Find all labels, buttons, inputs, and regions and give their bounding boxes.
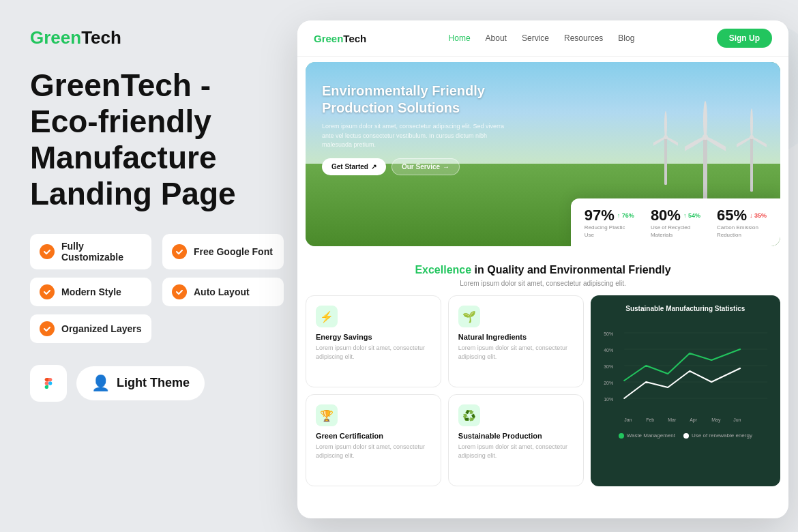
svg-text:50%: 50%: [604, 331, 613, 336]
svg-text:Jan: Jan: [624, 417, 632, 422]
check-icon-customizable: [40, 244, 55, 259]
legend-waste-management: Waste Management: [619, 432, 675, 439]
feature-modern-style: Modern Style: [30, 278, 151, 306]
card-title-certification: Green Certification: [316, 432, 431, 440]
ingredients-icon: 🌱: [458, 306, 480, 327]
feature-free-google-font: Free Google Font: [162, 234, 284, 269]
stat-reducing-plastic: 97% ↑ 76% Reducing Plastic Use: [585, 207, 634, 239]
chart-area: 50% 40% 30% 20% 10% Jan Feb Mar Apr May …: [600, 319, 771, 428]
svg-point-7: [750, 108, 753, 138]
svg-text:20%: 20%: [604, 381, 613, 385]
legend-dot-renewable: [683, 433, 689, 439]
left-panel: Green Tech GreenTech - Eco-friendly Manu…: [0, 0, 314, 532]
figma-icon: [30, 365, 67, 402]
get-started-button[interactable]: Get Started ↗: [322, 158, 386, 175]
svg-rect-5: [750, 137, 753, 192]
svg-text:May: May: [711, 417, 721, 423]
card-desc-energy: Lorem ipsum dolor sit amet, consectetur …: [316, 344, 431, 361]
features-grid: Fully Customizable Free Google Font Mode…: [30, 234, 284, 343]
turbine-2: [737, 96, 767, 192]
our-service-button[interactable]: Our Service →: [391, 158, 460, 175]
check-icon-layout: [172, 284, 187, 299]
card-title-energy: Energy Savings: [316, 333, 431, 341]
svg-text:30%: 30%: [604, 364, 613, 369]
stats-bar: 97% ↑ 76% Reducing Plastic Use 80% ↑ 54%…: [571, 198, 780, 246]
nav-link-blog[interactable]: Blog: [618, 33, 634, 43]
hero-content: Environmentally Friendly Production Solu…: [322, 83, 513, 175]
card-desc-ingredients: Lorem ipsum dolor sit amet, consectetur …: [458, 344, 574, 361]
card-title-ingredients: Natural Ingredients: [458, 333, 574, 341]
nav-link-about[interactable]: About: [486, 33, 507, 43]
cards-section: ⚡ Energy Savings Lorem ipsum dolor sit a…: [297, 295, 788, 486]
svg-text:40%: 40%: [604, 348, 613, 353]
svg-text:Jun: Jun: [733, 417, 741, 422]
chart-svg: 50% 40% 30% 20% 10% Jan Feb Mar Apr May …: [600, 319, 771, 428]
energy-icon: ⚡: [316, 306, 338, 327]
svg-text:Apr: Apr: [690, 417, 698, 423]
svg-point-2: [703, 101, 707, 139]
nav-links: Home About Service Resources Blog: [449, 33, 635, 43]
check-icon-layers: [40, 321, 55, 336]
turbine-1: [685, 83, 726, 205]
stat-number-recycled: 80% ↑ 54%: [651, 207, 700, 224]
left-cards-column: ⚡ Energy Savings Lorem ipsum dolor sit a…: [306, 295, 441, 486]
nav-link-resources[interactable]: Resources: [564, 33, 603, 43]
stat-number-plastic: 97% ↑ 76%: [585, 207, 634, 224]
hero-description: Lorem ipsum dolor sit amet, consectetur …: [322, 122, 513, 150]
quality-description: Lorem ipsum dolor sit amet, consectetur …: [314, 280, 772, 287]
brand-black: Tech: [81, 27, 121, 48]
quality-section: Excellence in Quality and Environmental …: [297, 252, 788, 295]
svg-point-12: [664, 111, 667, 138]
quality-highlight: Excellence: [415, 264, 471, 276]
svg-text:Feb: Feb: [646, 417, 654, 422]
quality-title: Excellence in Quality and Environmental …: [314, 264, 772, 276]
main-title: GreenTech - Eco-friendly Manufacture Lan…: [30, 68, 284, 212]
theme-label: Light Theme: [117, 376, 190, 390]
card-energy-savings: ⚡ Energy Savings Lorem ipsum dolor sit a…: [306, 295, 441, 387]
card-desc-certification: Lorem ipsum dolor sit amet, consectetur …: [316, 443, 431, 460]
feature-organized-layers: Organized Layers: [30, 314, 151, 343]
stat-number-carbon: 65% ↓ 35%: [717, 207, 767, 224]
check-icon-modern: [40, 284, 55, 299]
brand-logo: Green Tech: [30, 27, 284, 48]
certification-icon: 🏆: [316, 404, 338, 426]
chart-legend: Waste Management Use of renewable energy: [600, 432, 771, 439]
card-sustainable-production: ♻️ Sustainable Production Lorem ipsum do…: [448, 394, 584, 486]
nav-brand-green: Green: [314, 33, 343, 44]
card-title-sustainable: Sustainable Production: [458, 432, 574, 440]
chart-title: Sustainable Manufacturing Statistics: [600, 305, 771, 312]
svg-text:10%: 10%: [604, 397, 613, 402]
browser-mockup: Green Tech Home About Service Resources …: [297, 20, 788, 518]
svg-text:Mar: Mar: [668, 417, 677, 422]
feature-auto-layout: Auto Layout: [162, 278, 284, 306]
brand-green: Green: [30, 27, 81, 48]
signup-button[interactable]: Sign Up: [717, 29, 772, 48]
svg-rect-10: [664, 137, 667, 185]
nav-link-home[interactable]: Home: [449, 33, 471, 43]
middle-cards-column: 🌱 Natural Ingredients Lorem ipsum dolor …: [448, 295, 584, 486]
nav-brand-black: Tech: [343, 33, 366, 44]
feature-fully-customizable: Fully Customizable: [30, 234, 151, 269]
chart-card: Sustainable Manufacturing Statistics 50%…: [591, 295, 780, 486]
stat-carbon-emission: 65% ↓ 35% Carbon Emission Reduction: [717, 207, 767, 239]
legend-dot-waste: [619, 433, 624, 439]
sustainable-icon: ♻️: [458, 404, 480, 426]
hero-buttons: Get Started ↗ Our Service →: [322, 158, 513, 175]
hero-section: Environmentally Friendly Production Solu…: [306, 62, 780, 246]
svg-rect-0: [703, 137, 707, 205]
nav-brand: Green Tech: [314, 33, 366, 44]
stat-recycled-materials: 80% ↑ 54% Use of Recycled Materials: [651, 207, 700, 239]
card-green-certification: 🏆 Green Certification Lorem ipsum dolor …: [306, 394, 441, 486]
nav-link-service[interactable]: Service: [522, 33, 549, 43]
browser-nav: Green Tech Home About Service Resources …: [297, 20, 788, 57]
card-desc-sustainable: Lorem ipsum dolor sit amet, consectetur …: [458, 443, 574, 460]
check-icon-font: [172, 244, 187, 259]
turbine-3: [653, 103, 678, 185]
bottom-bar: 👤 Light Theme: [30, 365, 284, 402]
theme-badge: 👤 Light Theme: [76, 366, 205, 400]
theme-icon: 👤: [91, 374, 110, 392]
legend-renewable-energy: Use of renewable energy: [683, 432, 752, 439]
hero-title: Environmentally Friendly Production Solu…: [322, 83, 513, 117]
card-natural-ingredients: 🌱 Natural Ingredients Lorem ipsum dolor …: [448, 295, 584, 387]
